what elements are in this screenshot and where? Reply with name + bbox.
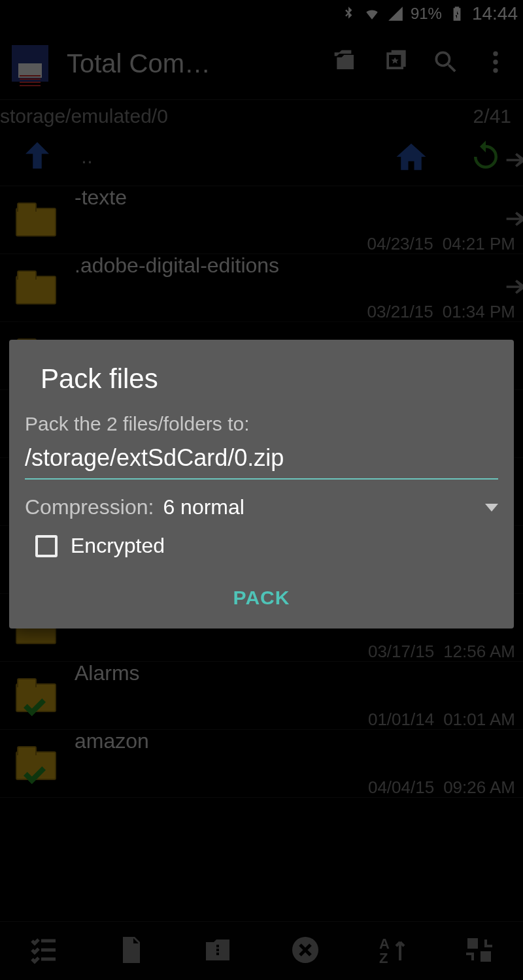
encrypted-checkbox[interactable]	[35, 535, 58, 557]
battery-percent: 91%	[411, 5, 442, 23]
target-path-input[interactable]: /storage/extSdCard/0.zip	[10, 440, 513, 478]
file-meta: 04/04/1509:26 AM	[75, 757, 515, 798]
app-toolbar: Total Com…	[0, 27, 523, 99]
nav-row: ..	[0, 127, 523, 186]
dropdown-icon	[485, 504, 498, 512]
file-name: Alarms	[75, 661, 515, 685]
sort-button[interactable]: AZ	[377, 934, 408, 968]
bookmarks-button[interactable]	[380, 48, 412, 79]
status-bar: 91% 14:44	[0, 0, 523, 27]
folder-icon	[16, 204, 56, 237]
select-button[interactable]	[28, 934, 59, 968]
battery-icon	[448, 5, 465, 22]
app-title: Total Com…	[67, 49, 312, 78]
svg-rect-6	[467, 938, 478, 949]
file-meta: 01/01/1401:01 AM	[75, 689, 515, 730]
folder-icon	[16, 679, 56, 712]
bottom-toolbar: AZ	[0, 921, 523, 980]
swap-button[interactable]	[464, 934, 495, 968]
file-meta: 03/21/1501:34 PM	[75, 282, 515, 322]
svg-text:Z: Z	[379, 950, 388, 966]
dialog-title: Pack files	[10, 363, 513, 413]
clock: 14:44	[472, 3, 518, 24]
refresh-icon[interactable]	[468, 139, 503, 174]
wifi-icon	[363, 5, 380, 22]
svg-text:A: A	[379, 936, 390, 952]
file-row[interactable]: Alarms01/01/1401:01 AM	[0, 662, 523, 730]
file-meta: 04/23/1504:21 PM	[75, 214, 515, 254]
folders-button[interactable]	[331, 48, 362, 79]
compression-label: Compression:	[25, 495, 154, 519]
svg-point-2	[493, 68, 498, 73]
file-name: .adobe-digital-editions	[75, 253, 515, 278]
delete-button[interactable]	[290, 934, 321, 968]
encrypted-row[interactable]: Encrypted	[10, 523, 513, 568]
newfile-button[interactable]	[115, 934, 146, 968]
compression-value: 6 normal	[163, 495, 476, 519]
app-icon	[12, 45, 48, 82]
file-name: amazon	[75, 729, 515, 753]
folder-icon	[16, 272, 56, 304]
row-arrow-icon[interactable]	[502, 206, 523, 235]
parent-dir-label[interactable]: ..	[81, 144, 93, 169]
file-row[interactable]: -texte04/23/1504:21 PM	[0, 186, 523, 254]
file-name: -texte	[75, 186, 515, 210]
encrypted-label: Encrypted	[71, 534, 165, 558]
selection-count: 2/41	[473, 105, 511, 127]
pack-action-button[interactable]: PACK	[10, 568, 513, 618]
folder-icon	[16, 747, 56, 780]
menu-button[interactable]	[480, 48, 511, 79]
bluetooth-icon	[340, 5, 357, 22]
svg-rect-7	[481, 951, 491, 962]
svg-point-3	[292, 937, 318, 963]
current-path: storage/emulated/0	[0, 105, 168, 127]
home-icon[interactable]	[394, 139, 429, 174]
search-button[interactable]	[430, 48, 462, 79]
row-arrow-icon[interactable]	[502, 274, 523, 302]
dialog-subtitle: Pack the 2 files/folders to:	[10, 413, 513, 440]
svg-point-1	[493, 59, 498, 64]
input-underline	[25, 478, 498, 480]
pack-dialog: Pack files Pack the 2 files/folders to: …	[9, 340, 514, 629]
file-row[interactable]: .adobe-digital-editions03/21/1501:34 PM	[0, 254, 523, 322]
panel-switch-icon[interactable]	[502, 147, 523, 176]
pack-button[interactable]	[202, 934, 233, 968]
path-bar[interactable]: storage/emulated/0 2/41	[0, 99, 523, 127]
compression-dropdown[interactable]: Compression: 6 normal	[10, 491, 513, 523]
up-icon[interactable]	[20, 139, 55, 174]
file-row[interactable]: amazon04/04/1509:26 AM	[0, 730, 523, 798]
svg-point-0	[493, 52, 498, 56]
cell-icon	[387, 5, 404, 22]
